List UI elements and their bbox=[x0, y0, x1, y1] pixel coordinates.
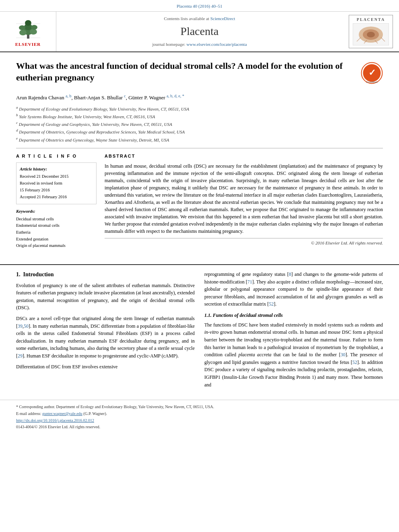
main-article: 1. Introduction Evolution of pregnancy i… bbox=[0, 264, 399, 400]
left-column: A R T I C L E I N F O Article history: R… bbox=[16, 153, 97, 250]
elsevier-logo: ELSEVIER bbox=[0, 12, 56, 51]
article-title-section: What was the ancestral function of decid… bbox=[16, 60, 383, 89]
received-date: Received 21 December 2015 bbox=[20, 174, 93, 180]
right-para-1: reprogramming of gene regulatory status … bbox=[204, 271, 383, 308]
keyword-2: Endometrial stromal cells bbox=[16, 223, 97, 229]
issn-line: 0143-4004/© 2016 Elsevier Ltd. All right… bbox=[16, 424, 383, 430]
affiliation-b: b Yale Systems Biology Institute, Yale U… bbox=[16, 113, 383, 120]
subsection-para-1: The functions of DSC have been studied e… bbox=[204, 321, 383, 388]
crossmark-logo[interactable]: ✓ CrossMark bbox=[361, 62, 383, 86]
affiliation-d: d Department of Obstetrics, Gynecology a… bbox=[16, 128, 383, 135]
affiliations: a Department of Ecology and Evolutionary… bbox=[16, 105, 383, 143]
journal-title: Placenta bbox=[181, 23, 219, 39]
svg-point-2 bbox=[19, 30, 27, 35]
intro-para-3: Differentiation of DSC from ESF involves… bbox=[16, 363, 195, 371]
email-link[interactable]: gunter.wagner@yale.edu bbox=[42, 411, 82, 416]
homepage-label: journal homepage: bbox=[152, 42, 185, 47]
sciencedirect-link[interactable]: ScienceDirect bbox=[210, 16, 235, 21]
email-line: E-mail address: gunter.wagner@yale.edu (… bbox=[16, 411, 383, 417]
right-column: ABSTRACT In human and mouse, decidual st… bbox=[105, 153, 383, 250]
journal-center: Contents lists available at ScienceDirec… bbox=[56, 12, 343, 51]
page-container: Placenta 40 (2016) 40–51 ELSEVIER bbox=[0, 0, 399, 434]
svg-point-6 bbox=[31, 25, 37, 30]
right-intro-para: reprogramming of gene regulatory status … bbox=[204, 271, 383, 308]
affiliation-c: c Department of Geology and Geophysics, … bbox=[16, 120, 383, 127]
keyword-5: Origin of placental mammals bbox=[16, 243, 97, 249]
accepted-date: Accepted 21 February 2016 bbox=[20, 194, 93, 200]
placenta-logo-box: PLACENTA bbox=[349, 15, 393, 48]
svg-point-5 bbox=[19, 25, 25, 30]
ref-71[interactable]: 71 bbox=[247, 279, 252, 285]
article-footer: * Corresponding author. Department of Ec… bbox=[0, 400, 399, 434]
elsevier-tree-icon bbox=[14, 16, 42, 40]
article-info-heading: A R T I C L E I N F O bbox=[16, 153, 97, 159]
section-1-title: 1. Introduction bbox=[16, 271, 195, 279]
placenta-logo-title: PLACENTA bbox=[352, 17, 389, 23]
main-left: 1. Introduction Evolution of pregnancy i… bbox=[16, 265, 195, 392]
ref-30[interactable]: 30 bbox=[341, 352, 346, 357]
svg-point-13 bbox=[367, 32, 375, 37]
doi-anchor[interactable]: http://dx.doi.org/10.1016/j.placenta.201… bbox=[16, 418, 94, 423]
placenta-logo-icon bbox=[353, 23, 389, 45]
homepage-link[interactable]: www.elsevier.com/locate/placenta bbox=[186, 42, 247, 47]
journal-homepage: journal homepage: www.elsevier.com/locat… bbox=[152, 41, 247, 47]
subsection-1-1-title: 1.1. Functions of decidual stromal cells bbox=[204, 312, 383, 319]
svg-point-7 bbox=[25, 20, 31, 26]
article-title-text: What was the ancestral function of decid… bbox=[16, 60, 356, 83]
keyword-4: Extended gestation bbox=[16, 236, 97, 242]
authors-line: Arun Rajendra Chavan a, b, Bhart-Anjan S… bbox=[16, 93, 383, 102]
journal-header: ELSEVIER Contents lists available at Sci… bbox=[0, 12, 399, 52]
contents-line: Contents lists available at ScienceDirec… bbox=[164, 16, 235, 22]
svg-text:✓: ✓ bbox=[368, 68, 376, 78]
section-1-heading: Introduction bbox=[23, 271, 54, 277]
top-citation-bar: Placenta 40 (2016) 40–51 bbox=[0, 0, 399, 12]
affiliation-a: a Department of Ecology and Evolutionary… bbox=[16, 105, 383, 112]
corresponding-note: * Corresponding author. Department of Ec… bbox=[16, 404, 383, 410]
revised-date: 15 February 2016 bbox=[20, 187, 93, 193]
ref-52b[interactable]: 52 bbox=[352, 359, 357, 365]
main-right: reprogramming of gene regulatory status … bbox=[204, 265, 383, 392]
email-label: E-mail address: bbox=[16, 411, 41, 416]
ref-29[interactable]: 29 bbox=[18, 353, 23, 359]
abstract-heading: ABSTRACT bbox=[105, 153, 383, 159]
doi-link[interactable]: http://dx.doi.org/10.1016/j.placenta.201… bbox=[16, 418, 383, 423]
section-1-number: 1. bbox=[16, 271, 21, 277]
article-info-box: Article history: Received 21 December 20… bbox=[16, 162, 97, 204]
from-text: from bbox=[62, 364, 71, 370]
ref-50[interactable]: 50 bbox=[24, 323, 29, 329]
article-history-label: Article history: bbox=[20, 166, 93, 172]
revised-label: Received in revised form bbox=[20, 181, 93, 187]
keywords-box: Keywords: Decidual stromal cells Endomet… bbox=[16, 208, 97, 249]
abstract-text: In human and mouse, decidual stromal cel… bbox=[105, 162, 383, 235]
svg-point-3 bbox=[30, 29, 37, 35]
intro-para-1: Evolution of pregnancy is one of the sal… bbox=[16, 282, 195, 312]
journal-logo-right: PLACENTA bbox=[343, 12, 399, 51]
affiliation-e: e Department of Obstetrics and Gynecolog… bbox=[16, 136, 383, 143]
contents-text: Contents lists available at bbox=[164, 16, 209, 21]
copyright-line: © 2016 Elsevier Ltd. All rights reserved… bbox=[105, 238, 383, 246]
ref-39[interactable]: 39 bbox=[18, 323, 23, 329]
article-info-abstract: A R T I C L E I N F O Article history: R… bbox=[16, 148, 383, 250]
keyword-3: Eutheria bbox=[16, 230, 97, 236]
email-person: (G.P. Wagner). bbox=[83, 411, 107, 416]
elsevier-label: ELSEVIER bbox=[15, 41, 41, 47]
citation-link[interactable]: Placenta 40 (2016) 40–51 bbox=[177, 4, 222, 8]
keyword-1: Decidual stromal cells bbox=[16, 216, 97, 222]
article-body: What was the ancestral function of decid… bbox=[0, 52, 399, 264]
keywords-label: Keywords: bbox=[16, 208, 97, 214]
ref-52[interactable]: 52 bbox=[269, 301, 274, 307]
two-col-main: 1. Introduction Evolution of pregnancy i… bbox=[16, 265, 383, 392]
article-title: What was the ancestral function of decid… bbox=[16, 60, 356, 83]
intro-para-2: DSCs are a novel cell-type that originat… bbox=[16, 315, 195, 360]
svg-text:CrossMark: CrossMark bbox=[366, 81, 378, 83]
ref-8[interactable]: 8 bbox=[289, 271, 291, 277]
